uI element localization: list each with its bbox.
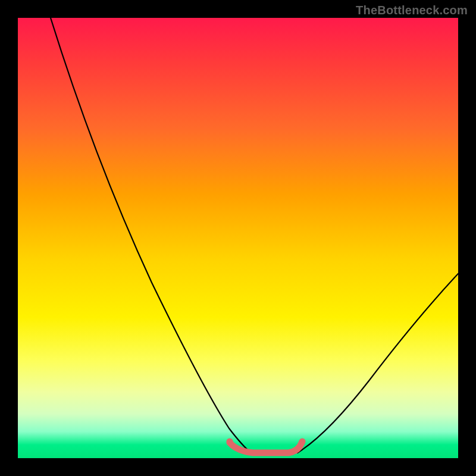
plot-area (18, 18, 458, 458)
watermark-text: TheBottleneck.com (356, 4, 468, 17)
optimal-band (230, 443, 302, 453)
chart-container: TheBottleneck.com (0, 0, 476, 476)
curve-right (298, 274, 458, 453)
curve-left (51, 18, 251, 453)
curve-overlay (18, 18, 458, 458)
band-dot-left (227, 439, 233, 445)
band-dot-right (299, 439, 306, 445)
